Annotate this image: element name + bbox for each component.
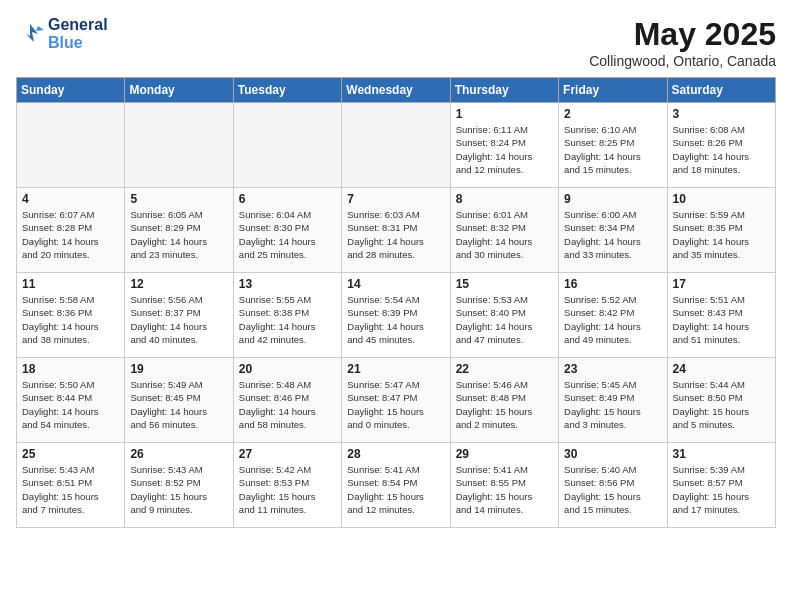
calendar-day-cell: 5Sunrise: 6:05 AM Sunset: 8:29 PM Daylig…: [125, 188, 233, 273]
location: Collingwood, Ontario, Canada: [589, 53, 776, 69]
day-number: 25: [22, 447, 119, 461]
day-number: 5: [130, 192, 227, 206]
day-number: 8: [456, 192, 553, 206]
day-info: Sunrise: 5:54 AM Sunset: 8:39 PM Dayligh…: [347, 293, 444, 346]
header-day: Wednesday: [342, 78, 450, 103]
calendar-week-row: 1Sunrise: 6:11 AM Sunset: 8:24 PM Daylig…: [17, 103, 776, 188]
day-info: Sunrise: 5:58 AM Sunset: 8:36 PM Dayligh…: [22, 293, 119, 346]
day-info: Sunrise: 6:03 AM Sunset: 8:31 PM Dayligh…: [347, 208, 444, 261]
day-number: 18: [22, 362, 119, 376]
day-number: 21: [347, 362, 444, 376]
day-info: Sunrise: 5:48 AM Sunset: 8:46 PM Dayligh…: [239, 378, 336, 431]
calendar-day-cell: 12Sunrise: 5:56 AM Sunset: 8:37 PM Dayli…: [125, 273, 233, 358]
day-number: 19: [130, 362, 227, 376]
calendar-day-cell: 23Sunrise: 5:45 AM Sunset: 8:49 PM Dayli…: [559, 358, 667, 443]
calendar-day-cell: 10Sunrise: 5:59 AM Sunset: 8:35 PM Dayli…: [667, 188, 775, 273]
calendar-day-cell: [17, 103, 125, 188]
day-info: Sunrise: 6:11 AM Sunset: 8:24 PM Dayligh…: [456, 123, 553, 176]
calendar-day-cell: 13Sunrise: 5:55 AM Sunset: 8:38 PM Dayli…: [233, 273, 341, 358]
day-number: 22: [456, 362, 553, 376]
calendar-day-cell: 16Sunrise: 5:52 AM Sunset: 8:42 PM Dayli…: [559, 273, 667, 358]
day-number: 16: [564, 277, 661, 291]
day-number: 24: [673, 362, 770, 376]
day-number: 4: [22, 192, 119, 206]
page-header: General Blue May 2025 Collingwood, Ontar…: [16, 16, 776, 69]
day-info: Sunrise: 5:49 AM Sunset: 8:45 PM Dayligh…: [130, 378, 227, 431]
calendar-day-cell: 19Sunrise: 5:49 AM Sunset: 8:45 PM Dayli…: [125, 358, 233, 443]
day-info: Sunrise: 5:47 AM Sunset: 8:47 PM Dayligh…: [347, 378, 444, 431]
calendar-day-cell: 2Sunrise: 6:10 AM Sunset: 8:25 PM Daylig…: [559, 103, 667, 188]
calendar-day-cell: 24Sunrise: 5:44 AM Sunset: 8:50 PM Dayli…: [667, 358, 775, 443]
calendar-week-row: 18Sunrise: 5:50 AM Sunset: 8:44 PM Dayli…: [17, 358, 776, 443]
logo: General Blue: [16, 16, 108, 51]
day-info: Sunrise: 5:59 AM Sunset: 8:35 PM Dayligh…: [673, 208, 770, 261]
calendar-day-cell: 3Sunrise: 6:08 AM Sunset: 8:26 PM Daylig…: [667, 103, 775, 188]
day-number: 27: [239, 447, 336, 461]
calendar-week-row: 11Sunrise: 5:58 AM Sunset: 8:36 PM Dayli…: [17, 273, 776, 358]
calendar-week-row: 25Sunrise: 5:43 AM Sunset: 8:51 PM Dayli…: [17, 443, 776, 528]
day-info: Sunrise: 5:42 AM Sunset: 8:53 PM Dayligh…: [239, 463, 336, 516]
day-info: Sunrise: 5:41 AM Sunset: 8:54 PM Dayligh…: [347, 463, 444, 516]
calendar-day-cell: 30Sunrise: 5:40 AM Sunset: 8:56 PM Dayli…: [559, 443, 667, 528]
header-day: Tuesday: [233, 78, 341, 103]
day-info: Sunrise: 5:53 AM Sunset: 8:40 PM Dayligh…: [456, 293, 553, 346]
calendar-day-cell: 8Sunrise: 6:01 AM Sunset: 8:32 PM Daylig…: [450, 188, 558, 273]
calendar-day-cell: 28Sunrise: 5:41 AM Sunset: 8:54 PM Dayli…: [342, 443, 450, 528]
calendar-day-cell: 9Sunrise: 6:00 AM Sunset: 8:34 PM Daylig…: [559, 188, 667, 273]
day-info: Sunrise: 6:01 AM Sunset: 8:32 PM Dayligh…: [456, 208, 553, 261]
day-number: 2: [564, 107, 661, 121]
calendar-body: 1Sunrise: 6:11 AM Sunset: 8:24 PM Daylig…: [17, 103, 776, 528]
day-info: Sunrise: 5:39 AM Sunset: 8:57 PM Dayligh…: [673, 463, 770, 516]
calendar-day-cell: 26Sunrise: 5:43 AM Sunset: 8:52 PM Dayli…: [125, 443, 233, 528]
day-info: Sunrise: 5:46 AM Sunset: 8:48 PM Dayligh…: [456, 378, 553, 431]
calendar-day-cell: [233, 103, 341, 188]
day-number: 29: [456, 447, 553, 461]
header-row: SundayMondayTuesdayWednesdayThursdayFrid…: [17, 78, 776, 103]
calendar-day-cell: 4Sunrise: 6:07 AM Sunset: 8:28 PM Daylig…: [17, 188, 125, 273]
day-info: Sunrise: 5:51 AM Sunset: 8:43 PM Dayligh…: [673, 293, 770, 346]
day-info: Sunrise: 6:10 AM Sunset: 8:25 PM Dayligh…: [564, 123, 661, 176]
svg-marker-1: [36, 26, 44, 31]
day-info: Sunrise: 5:52 AM Sunset: 8:42 PM Dayligh…: [564, 293, 661, 346]
calendar-day-cell: 17Sunrise: 5:51 AM Sunset: 8:43 PM Dayli…: [667, 273, 775, 358]
day-info: Sunrise: 5:55 AM Sunset: 8:38 PM Dayligh…: [239, 293, 336, 346]
calendar-day-cell: 6Sunrise: 6:04 AM Sunset: 8:30 PM Daylig…: [233, 188, 341, 273]
day-number: 7: [347, 192, 444, 206]
day-number: 28: [347, 447, 444, 461]
day-number: 1: [456, 107, 553, 121]
calendar-table: SundayMondayTuesdayWednesdayThursdayFrid…: [16, 77, 776, 528]
day-number: 6: [239, 192, 336, 206]
day-info: Sunrise: 5:40 AM Sunset: 8:56 PM Dayligh…: [564, 463, 661, 516]
day-info: Sunrise: 6:05 AM Sunset: 8:29 PM Dayligh…: [130, 208, 227, 261]
day-number: 14: [347, 277, 444, 291]
day-number: 23: [564, 362, 661, 376]
day-number: 26: [130, 447, 227, 461]
day-number: 3: [673, 107, 770, 121]
day-info: Sunrise: 6:00 AM Sunset: 8:34 PM Dayligh…: [564, 208, 661, 261]
calendar-day-cell: 21Sunrise: 5:47 AM Sunset: 8:47 PM Dayli…: [342, 358, 450, 443]
day-number: 11: [22, 277, 119, 291]
header-day: Thursday: [450, 78, 558, 103]
day-number: 12: [130, 277, 227, 291]
day-number: 9: [564, 192, 661, 206]
day-number: 20: [239, 362, 336, 376]
day-number: 15: [456, 277, 553, 291]
title-block: May 2025 Collingwood, Ontario, Canada: [589, 16, 776, 69]
logo-text: General Blue: [48, 16, 108, 51]
day-info: Sunrise: 5:41 AM Sunset: 8:55 PM Dayligh…: [456, 463, 553, 516]
calendar-day-cell: 25Sunrise: 5:43 AM Sunset: 8:51 PM Dayli…: [17, 443, 125, 528]
day-info: Sunrise: 5:43 AM Sunset: 8:52 PM Dayligh…: [130, 463, 227, 516]
day-info: Sunrise: 5:43 AM Sunset: 8:51 PM Dayligh…: [22, 463, 119, 516]
calendar-day-cell: [342, 103, 450, 188]
calendar-day-cell: 7Sunrise: 6:03 AM Sunset: 8:31 PM Daylig…: [342, 188, 450, 273]
calendar-header: SundayMondayTuesdayWednesdayThursdayFrid…: [17, 78, 776, 103]
calendar-day-cell: 29Sunrise: 5:41 AM Sunset: 8:55 PM Dayli…: [450, 443, 558, 528]
calendar-day-cell: 15Sunrise: 5:53 AM Sunset: 8:40 PM Dayli…: [450, 273, 558, 358]
calendar-day-cell: 11Sunrise: 5:58 AM Sunset: 8:36 PM Dayli…: [17, 273, 125, 358]
day-info: Sunrise: 6:04 AM Sunset: 8:30 PM Dayligh…: [239, 208, 336, 261]
svg-marker-0: [26, 24, 38, 42]
calendar-day-cell: 14Sunrise: 5:54 AM Sunset: 8:39 PM Dayli…: [342, 273, 450, 358]
calendar-day-cell: [125, 103, 233, 188]
day-info: Sunrise: 5:56 AM Sunset: 8:37 PM Dayligh…: [130, 293, 227, 346]
day-info: Sunrise: 6:08 AM Sunset: 8:26 PM Dayligh…: [673, 123, 770, 176]
